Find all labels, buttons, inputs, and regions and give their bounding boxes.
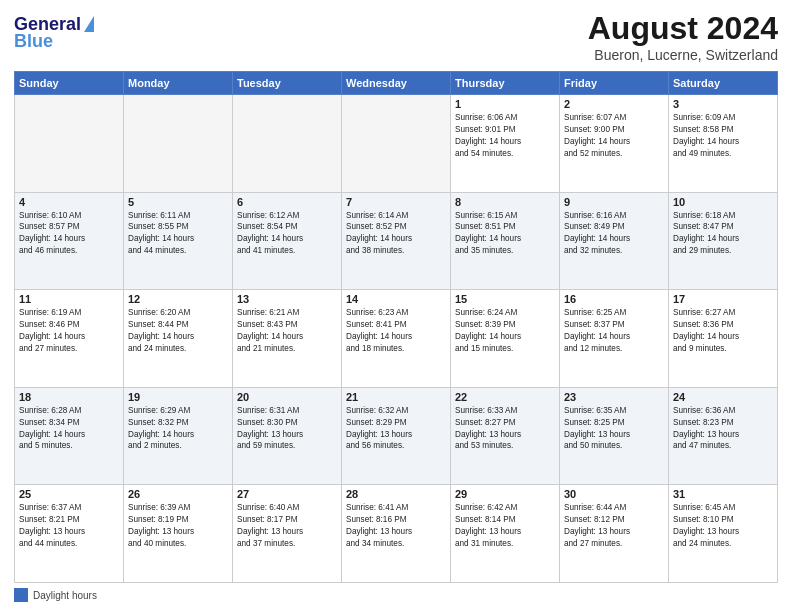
day-info: Sunrise: 6:37 AM Sunset: 8:21 PM Dayligh… bbox=[19, 502, 119, 550]
col-header-tuesday: Tuesday bbox=[233, 72, 342, 95]
day-cell: 29Sunrise: 6:42 AM Sunset: 8:14 PM Dayli… bbox=[451, 485, 560, 583]
day-cell bbox=[342, 95, 451, 193]
day-info: Sunrise: 6:16 AM Sunset: 8:49 PM Dayligh… bbox=[564, 210, 664, 258]
day-number: 31 bbox=[673, 488, 773, 500]
day-number: 9 bbox=[564, 196, 664, 208]
day-info: Sunrise: 6:44 AM Sunset: 8:12 PM Dayligh… bbox=[564, 502, 664, 550]
day-cell: 31Sunrise: 6:45 AM Sunset: 8:10 PM Dayli… bbox=[669, 485, 778, 583]
day-number: 8 bbox=[455, 196, 555, 208]
day-info: Sunrise: 6:19 AM Sunset: 8:46 PM Dayligh… bbox=[19, 307, 119, 355]
day-cell: 3Sunrise: 6:09 AM Sunset: 8:58 PM Daylig… bbox=[669, 95, 778, 193]
day-number: 15 bbox=[455, 293, 555, 305]
day-cell: 21Sunrise: 6:32 AM Sunset: 8:29 PM Dayli… bbox=[342, 387, 451, 485]
day-info: Sunrise: 6:29 AM Sunset: 8:32 PM Dayligh… bbox=[128, 405, 228, 453]
day-cell: 6Sunrise: 6:12 AM Sunset: 8:54 PM Daylig… bbox=[233, 192, 342, 290]
day-cell bbox=[124, 95, 233, 193]
week-row-2: 4Sunrise: 6:10 AM Sunset: 8:57 PM Daylig… bbox=[15, 192, 778, 290]
day-cell: 4Sunrise: 6:10 AM Sunset: 8:57 PM Daylig… bbox=[15, 192, 124, 290]
day-info: Sunrise: 6:07 AM Sunset: 9:00 PM Dayligh… bbox=[564, 112, 664, 160]
col-header-monday: Monday bbox=[124, 72, 233, 95]
day-cell bbox=[15, 95, 124, 193]
day-info: Sunrise: 6:12 AM Sunset: 8:54 PM Dayligh… bbox=[237, 210, 337, 258]
day-cell: 13Sunrise: 6:21 AM Sunset: 8:43 PM Dayli… bbox=[233, 290, 342, 388]
day-info: Sunrise: 6:31 AM Sunset: 8:30 PM Dayligh… bbox=[237, 405, 337, 453]
day-number: 18 bbox=[19, 391, 119, 403]
day-cell: 15Sunrise: 6:24 AM Sunset: 8:39 PM Dayli… bbox=[451, 290, 560, 388]
day-number: 21 bbox=[346, 391, 446, 403]
day-info: Sunrise: 6:18 AM Sunset: 8:47 PM Dayligh… bbox=[673, 210, 773, 258]
day-cell: 14Sunrise: 6:23 AM Sunset: 8:41 PM Dayli… bbox=[342, 290, 451, 388]
day-info: Sunrise: 6:36 AM Sunset: 8:23 PM Dayligh… bbox=[673, 405, 773, 453]
week-row-1: 1Sunrise: 6:06 AM Sunset: 9:01 PM Daylig… bbox=[15, 95, 778, 193]
legend: Daylight hours bbox=[14, 588, 778, 602]
day-info: Sunrise: 6:24 AM Sunset: 8:39 PM Dayligh… bbox=[455, 307, 555, 355]
day-info: Sunrise: 6:23 AM Sunset: 8:41 PM Dayligh… bbox=[346, 307, 446, 355]
legend-color-box bbox=[14, 588, 28, 602]
day-info: Sunrise: 6:11 AM Sunset: 8:55 PM Dayligh… bbox=[128, 210, 228, 258]
day-info: Sunrise: 6:15 AM Sunset: 8:51 PM Dayligh… bbox=[455, 210, 555, 258]
day-cell: 11Sunrise: 6:19 AM Sunset: 8:46 PM Dayli… bbox=[15, 290, 124, 388]
calendar-title: August 2024 bbox=[588, 10, 778, 47]
day-number: 2 bbox=[564, 98, 664, 110]
day-info: Sunrise: 6:33 AM Sunset: 8:27 PM Dayligh… bbox=[455, 405, 555, 453]
day-info: Sunrise: 6:14 AM Sunset: 8:52 PM Dayligh… bbox=[346, 210, 446, 258]
title-block: August 2024 Bueron, Lucerne, Switzerland bbox=[588, 10, 778, 63]
day-info: Sunrise: 6:06 AM Sunset: 9:01 PM Dayligh… bbox=[455, 112, 555, 160]
day-number: 25 bbox=[19, 488, 119, 500]
day-cell: 10Sunrise: 6:18 AM Sunset: 8:47 PM Dayli… bbox=[669, 192, 778, 290]
day-number: 30 bbox=[564, 488, 664, 500]
day-info: Sunrise: 6:35 AM Sunset: 8:25 PM Dayligh… bbox=[564, 405, 664, 453]
day-number: 3 bbox=[673, 98, 773, 110]
day-cell: 16Sunrise: 6:25 AM Sunset: 8:37 PM Dayli… bbox=[560, 290, 669, 388]
col-header-wednesday: Wednesday bbox=[342, 72, 451, 95]
day-cell: 5Sunrise: 6:11 AM Sunset: 8:55 PM Daylig… bbox=[124, 192, 233, 290]
day-cell: 30Sunrise: 6:44 AM Sunset: 8:12 PM Dayli… bbox=[560, 485, 669, 583]
col-header-thursday: Thursday bbox=[451, 72, 560, 95]
day-number: 10 bbox=[673, 196, 773, 208]
day-cell bbox=[233, 95, 342, 193]
day-info: Sunrise: 6:39 AM Sunset: 8:19 PM Dayligh… bbox=[128, 502, 228, 550]
logo-triangle-icon bbox=[84, 16, 94, 32]
day-info: Sunrise: 6:28 AM Sunset: 8:34 PM Dayligh… bbox=[19, 405, 119, 453]
day-number: 19 bbox=[128, 391, 228, 403]
day-number: 28 bbox=[346, 488, 446, 500]
col-header-sunday: Sunday bbox=[15, 72, 124, 95]
day-number: 1 bbox=[455, 98, 555, 110]
legend-label: Daylight hours bbox=[33, 590, 97, 601]
day-cell: 25Sunrise: 6:37 AM Sunset: 8:21 PM Dayli… bbox=[15, 485, 124, 583]
calendar-table: SundayMondayTuesdayWednesdayThursdayFrid… bbox=[14, 71, 778, 583]
day-info: Sunrise: 6:45 AM Sunset: 8:10 PM Dayligh… bbox=[673, 502, 773, 550]
day-cell: 2Sunrise: 6:07 AM Sunset: 9:00 PM Daylig… bbox=[560, 95, 669, 193]
day-cell: 28Sunrise: 6:41 AM Sunset: 8:16 PM Dayli… bbox=[342, 485, 451, 583]
day-cell: 23Sunrise: 6:35 AM Sunset: 8:25 PM Dayli… bbox=[560, 387, 669, 485]
day-info: Sunrise: 6:09 AM Sunset: 8:58 PM Dayligh… bbox=[673, 112, 773, 160]
day-cell: 8Sunrise: 6:15 AM Sunset: 8:51 PM Daylig… bbox=[451, 192, 560, 290]
day-number: 26 bbox=[128, 488, 228, 500]
header: General Blue August 2024 Bueron, Lucerne… bbox=[14, 10, 778, 63]
day-number: 11 bbox=[19, 293, 119, 305]
day-number: 27 bbox=[237, 488, 337, 500]
week-row-4: 18Sunrise: 6:28 AM Sunset: 8:34 PM Dayli… bbox=[15, 387, 778, 485]
day-info: Sunrise: 6:41 AM Sunset: 8:16 PM Dayligh… bbox=[346, 502, 446, 550]
day-number: 14 bbox=[346, 293, 446, 305]
day-number: 23 bbox=[564, 391, 664, 403]
day-cell: 19Sunrise: 6:29 AM Sunset: 8:32 PM Dayli… bbox=[124, 387, 233, 485]
day-info: Sunrise: 6:25 AM Sunset: 8:37 PM Dayligh… bbox=[564, 307, 664, 355]
day-number: 7 bbox=[346, 196, 446, 208]
day-number: 5 bbox=[128, 196, 228, 208]
week-row-5: 25Sunrise: 6:37 AM Sunset: 8:21 PM Dayli… bbox=[15, 485, 778, 583]
day-cell: 20Sunrise: 6:31 AM Sunset: 8:30 PM Dayli… bbox=[233, 387, 342, 485]
day-number: 17 bbox=[673, 293, 773, 305]
day-cell: 1Sunrise: 6:06 AM Sunset: 9:01 PM Daylig… bbox=[451, 95, 560, 193]
day-cell: 7Sunrise: 6:14 AM Sunset: 8:52 PM Daylig… bbox=[342, 192, 451, 290]
day-number: 24 bbox=[673, 391, 773, 403]
day-cell: 9Sunrise: 6:16 AM Sunset: 8:49 PM Daylig… bbox=[560, 192, 669, 290]
day-number: 4 bbox=[19, 196, 119, 208]
day-info: Sunrise: 6:32 AM Sunset: 8:29 PM Dayligh… bbox=[346, 405, 446, 453]
week-row-3: 11Sunrise: 6:19 AM Sunset: 8:46 PM Dayli… bbox=[15, 290, 778, 388]
col-header-saturday: Saturday bbox=[669, 72, 778, 95]
page: General Blue August 2024 Bueron, Lucerne… bbox=[0, 0, 792, 612]
calendar-subtitle: Bueron, Lucerne, Switzerland bbox=[588, 47, 778, 63]
day-number: 12 bbox=[128, 293, 228, 305]
day-info: Sunrise: 6:42 AM Sunset: 8:14 PM Dayligh… bbox=[455, 502, 555, 550]
